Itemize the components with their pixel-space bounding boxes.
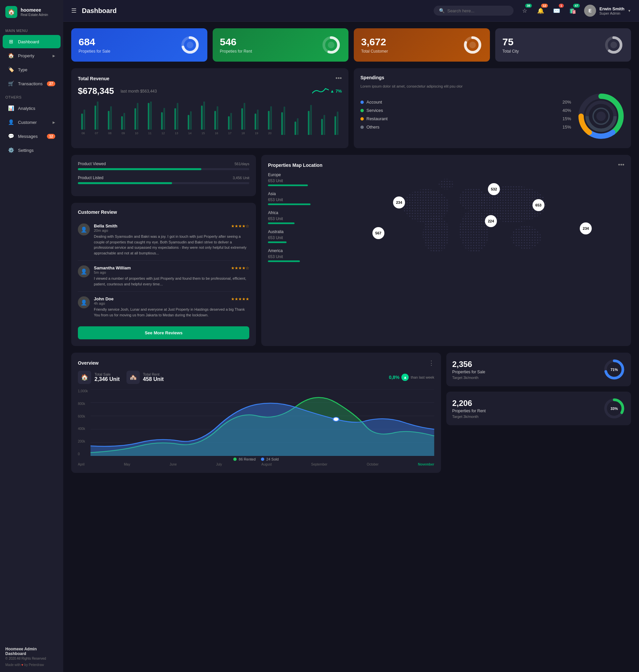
sidebar-item-analytics[interactable]: 📊 Analytics	[3, 102, 61, 115]
stat-label-customer: Total Customer	[361, 49, 388, 54]
bar-dark	[188, 115, 189, 129]
sidebar-item-settings[interactable]: ⚙️ Settings	[3, 143, 61, 157]
search-icon: 🔍	[439, 8, 445, 13]
ov-rent-icon: 🏘️	[126, 371, 140, 384]
sidebar-item-dashboard[interactable]: ⊞ Dashboard	[3, 35, 61, 48]
footer-made: Made with ♥ by Peterdraw	[5, 663, 58, 667]
map-pin-224[interactable]: 224	[485, 215, 497, 227]
revenue-amount-row: $678,345 last month $563,443 ▲ 7%	[78, 86, 342, 96]
bar-light	[123, 113, 125, 129]
svg-text:71%: 71%	[610, 368, 618, 372]
side-sale-target: Target 3k/month	[452, 376, 485, 380]
bar-label: 18	[241, 132, 245, 135]
stat-number-customer: 3,672	[361, 36, 388, 48]
bar-group	[318, 115, 328, 135]
world-map: 234 567 532 224 653 234	[328, 172, 624, 266]
sidebar-item-label: Customer	[18, 120, 36, 125]
bar-light	[137, 103, 138, 129]
progress-listed-bg	[78, 182, 249, 184]
sidebar-item-label: Type	[18, 67, 27, 72]
bell-button[interactable]: 🔔 12	[535, 5, 547, 17]
review-time-bella: 20m ago	[94, 228, 249, 232]
bar-light	[310, 105, 312, 135]
map-pin-532[interactable]: 532	[488, 183, 500, 195]
see-more-button[interactable]: See More Reviews	[78, 326, 249, 339]
spendings-card-header: Spendings	[360, 75, 624, 80]
sidebar-item-label: Dashboard	[18, 39, 39, 44]
bar-label: 11	[148, 132, 152, 135]
overview-chart	[91, 389, 434, 456]
footer-title: Hoomeee Admin Dashboard	[5, 647, 58, 656]
revenue-menu-button[interactable]: •••	[336, 75, 342, 82]
review-name-bella: Bella Smith	[94, 224, 118, 228]
review-stars-samantha: ★★★★☆	[231, 266, 249, 270]
review-text-bella: Dealing with Syamsudin and Bakri was a j…	[94, 234, 249, 256]
progress-viewed-label: Product Viewed	[78, 162, 106, 166]
map-pin-234b[interactable]: 234	[580, 223, 592, 234]
sold-label: 24 Sold	[266, 457, 279, 461]
review-avatar-bella: 👤	[78, 224, 90, 235]
map-container: Europe 653 Unit Asia 653 Unit Africa 653…	[268, 172, 624, 268]
messages-badge: 12	[47, 134, 55, 139]
bar-light	[177, 103, 178, 129]
map-header: Properties Map Location •••	[268, 162, 624, 168]
map-pin-234[interactable]: 234	[393, 197, 405, 209]
bar-dark	[241, 108, 243, 129]
x-label-november: November	[418, 462, 434, 466]
map-menu-button[interactable]: •••	[618, 162, 624, 168]
spendings-legend: Account 20% Services 40% Restaurant 15%	[360, 100, 571, 133]
cart-button[interactable]: 🛍️ 47	[567, 5, 579, 17]
sidebar-item-property[interactable]: 🏠 Property ▶	[3, 49, 61, 62]
x-label-september: September	[311, 462, 327, 466]
spending-services: Services 40%	[360, 108, 571, 113]
bar-light	[97, 102, 98, 129]
overview-row: Overview ⋮ 🏠 Total Sale 2,346 Unit 🏘️	[71, 353, 631, 473]
bar-dark	[321, 119, 323, 135]
review-stars-john: ★★★★★	[231, 297, 249, 301]
y-axis: 1,000k 800k 600k 400k 200k 0	[78, 389, 91, 456]
review-time-john: 4h ago	[94, 301, 249, 305]
map-pin-653[interactable]: 653	[532, 199, 545, 211]
svg-point-2	[187, 42, 193, 48]
others-pct: 15%	[562, 124, 571, 129]
user-info[interactable]: E Erwin Smith Super Admin ▼	[584, 5, 631, 17]
svg-point-27	[439, 179, 454, 189]
hamburger-icon[interactable]: ☰	[71, 7, 77, 14]
ov-sale-icon: 🏠	[78, 371, 91, 384]
ov-change-arrow: ▲	[401, 373, 409, 381]
africa-bar	[268, 223, 295, 224]
sidebar-item-type[interactable]: 🏷️ Type	[3, 63, 61, 76]
star-button[interactable]: ☆ 38	[519, 5, 531, 17]
mail-button[interactable]: ✉️ 1	[551, 5, 563, 17]
bell-badge: 12	[541, 4, 548, 7]
overview-menu-button[interactable]: ⋮	[428, 359, 434, 367]
others-label: Others	[0, 91, 63, 101]
customer-icon: 👤	[8, 119, 14, 125]
sidebar-item-messages[interactable]: 💬 Messages 12	[3, 129, 61, 143]
progress-viewed-header: Product Viewed 561/days	[78, 162, 249, 166]
review-avatar-samantha: 👤	[78, 265, 90, 277]
bar-group	[291, 118, 302, 135]
side-rent-number: 2,206	[452, 399, 486, 408]
settings-icon: ⚙️	[8, 147, 14, 153]
bar-light	[324, 115, 325, 135]
others-dot	[360, 125, 364, 129]
reviews-title: Customer Review	[78, 210, 117, 215]
search-bar: 🔍	[434, 6, 514, 16]
bar-light	[217, 106, 218, 129]
bar-light	[297, 118, 298, 135]
sidebar-item-customer[interactable]: 👤 Customer ▶	[3, 116, 61, 129]
bar-light	[283, 107, 285, 135]
stat-card-sale: 684 Propeties for Sale	[71, 28, 207, 62]
ov-change: 0,8%	[389, 375, 399, 380]
map-legend-america: America 653 Unit	[268, 248, 321, 262]
spendings-donut	[578, 93, 624, 139]
sidebar-item-transactions[interactable]: 🛒 Transactions 27	[3, 77, 61, 90]
search-input[interactable]	[447, 8, 508, 13]
bar-label: 14	[188, 132, 191, 135]
transactions-badge: 27	[47, 81, 55, 86]
x-label-august: August	[261, 462, 271, 466]
review-item: 👤 John Doe ★★★★★ 4h ago Friendly service…	[78, 292, 249, 322]
map-legend-asia: Asia 653 Unit	[268, 192, 321, 205]
map-pin-567[interactable]: 567	[372, 227, 385, 239]
